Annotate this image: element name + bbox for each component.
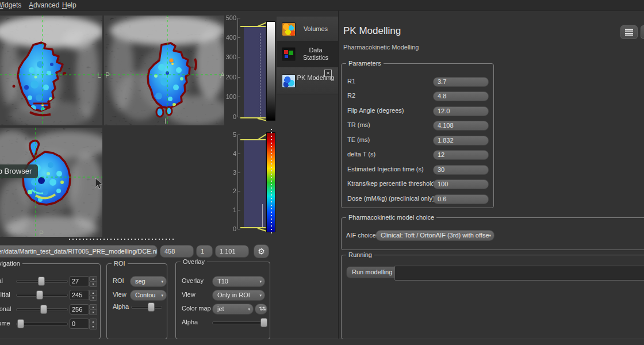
- tooltip: Tab Browser: [0, 164, 38, 178]
- close-icon[interactable]: ✕: [324, 70, 332, 77]
- spin-down-icon[interactable]: ▼: [89, 295, 97, 301]
- scale-field[interactable]: 1.101: [215, 245, 249, 258]
- horizontal-splitter-handle[interactable]: [69, 239, 174, 240]
- application-window: Widgets Advanced Help: [0, 0, 644, 345]
- hist2-min-handle[interactable]: [240, 227, 266, 228]
- image-view-bottom-left[interactable]: P: [0, 128, 102, 237]
- colormap-levels-icon[interactable]: ⇅⇅: [255, 304, 267, 315]
- roi-title: ROI: [112, 259, 128, 267]
- coronal-spinbox[interactable]: 256: [70, 304, 89, 315]
- param-input-r2[interactable]: 4.8: [433, 91, 489, 101]
- hist2-tick: 5: [224, 131, 236, 138]
- tab-data-statistics-label: Data Statistics: [296, 47, 335, 62]
- roi-combo[interactable]: seg▾: [130, 276, 167, 287]
- menu-help[interactable]: Help: [62, 1, 76, 9]
- hist2-tick: 4: [224, 150, 236, 157]
- extra-button[interactable]: [641, 25, 644, 39]
- sagittal-slider[interactable]: [16, 294, 68, 297]
- chevron-down-icon: ▾: [248, 304, 250, 314]
- param-label: Dose (mM/kg) (preclinical only): [347, 195, 435, 202]
- spin-down-icon[interactable]: ▼: [89, 309, 97, 315]
- chevron-down-icon: ▾: [259, 277, 262, 286]
- menu-button[interactable]: [620, 25, 638, 39]
- orientation-label-left: L: [97, 71, 101, 79]
- param-input-tr[interactable]: 4.108: [433, 121, 489, 131]
- sagittal-spinbox[interactable]: 245: [70, 290, 89, 300]
- param-label: Flip Angle (degrees): [347, 107, 404, 114]
- tab-volumes-label: Volumes: [296, 25, 335, 33]
- hist2-tick: 3: [224, 169, 236, 176]
- spin-down-icon[interactable]: ▼: [89, 281, 97, 287]
- param-input-delta-t[interactable]: 12: [433, 150, 489, 160]
- axial-slider[interactable]: [16, 280, 68, 283]
- overlay-title: Overlay: [181, 258, 207, 266]
- run-modelling-button[interactable]: Run modelling: [346, 266, 398, 278]
- hist1-tick: 400: [224, 34, 236, 41]
- tab-pk-modelling[interactable]: PK Modelling ✕: [277, 67, 338, 94]
- menu-widgets[interactable]: Widgets: [0, 1, 21, 9]
- hist2-max-handle[interactable]: [240, 139, 266, 140]
- colormap-combo[interactable]: jet▾: [212, 304, 254, 315]
- param-label: TE (ms): [347, 136, 370, 143]
- overlay-alpha-slider[interactable]: [212, 321, 265, 324]
- image-view-top-left[interactable]: S L: [0, 16, 102, 125]
- run-progress-bar: [394, 266, 644, 281]
- tab-volumes[interactable]: Volumes: [277, 17, 338, 41]
- param-input-ktrans-threshold[interactable]: 100: [433, 179, 489, 189]
- roi-alpha-slider[interactable]: [131, 306, 162, 309]
- hist1-tick: 300: [224, 53, 236, 60]
- gear-icon[interactable]: ⚙: [254, 244, 269, 258]
- overlay-group: Overlay Overlay T10▾ View Only in ROI▾ C…: [175, 262, 270, 339]
- parameters-title: Parameters: [346, 59, 384, 67]
- param-input-te[interactable]: 1.832: [433, 136, 489, 145]
- grayscale-gradient-bar[interactable]: [266, 21, 275, 121]
- hamburger-icon: [625, 29, 633, 36]
- roi-alpha-label: Alpha: [113, 303, 129, 310]
- hist2-tick: 0: [224, 225, 236, 232]
- roi-view-label: View: [113, 291, 126, 298]
- aif-choice-combo[interactable]: Clinical: Toft / OrtonAIF (3rd) with off…: [375, 230, 494, 241]
- aif-choice-label: AIF choice: [346, 232, 376, 239]
- data-statistics-icon: [282, 47, 296, 61]
- coronal-label: Coronal: [0, 305, 12, 312]
- volume-spinbox[interactable]: 0: [70, 319, 89, 329]
- file-path-field[interactable]: er/data/Martin_test_data/RIT005_PRE_mode…: [0, 245, 158, 258]
- chevron-down-icon: ▾: [259, 290, 262, 300]
- param-input-dose[interactable]: 0.6: [433, 194, 489, 204]
- index-field[interactable]: 1: [196, 245, 213, 258]
- param-input-r1[interactable]: 3.7: [433, 77, 489, 87]
- spin-down-icon[interactable]: ▼: [89, 324, 97, 329]
- overlay-combo[interactable]: T10▾: [212, 276, 265, 287]
- running-title: Running: [346, 251, 374, 259]
- param-label: R1: [347, 78, 355, 85]
- mri-coronal-image: S L: [0, 16, 102, 125]
- hist1-level-region[interactable]: [244, 26, 266, 118]
- sagittal-label: Sagittal: [0, 291, 10, 298]
- volume-count-field[interactable]: 458: [160, 245, 194, 258]
- overlay-view-combo[interactable]: Only in ROI▾: [212, 290, 265, 301]
- hist1-axis-line: [237, 18, 238, 117]
- menu-advanced[interactable]: Advanced: [29, 1, 59, 9]
- roi-view-combo[interactable]: Contou▾: [130, 290, 167, 301]
- volume-slider[interactable]: [16, 323, 68, 325]
- hist1-tick: 0: [224, 113, 236, 120]
- hist1-max-handle[interactable]: [240, 26, 266, 27]
- parameters-group: Parameters R1 3.7 R2 4.8 Flip Angle (deg…: [341, 63, 494, 208]
- overlay-alpha-label: Alpha: [182, 319, 198, 325]
- vertical-splitter-handle[interactable]: [271, 129, 272, 236]
- status-bar: [0, 339, 644, 345]
- chevron-down-icon: ▾: [161, 277, 163, 286]
- param-input-injection-time[interactable]: 30: [433, 165, 489, 175]
- running-group: Running Run modelling: [341, 255, 644, 339]
- chevron-down-icon: ▾: [489, 231, 491, 240]
- axial-spinbox[interactable]: 27: [70, 276, 89, 286]
- coronal-slider[interactable]: [16, 308, 68, 311]
- overlay-view-label: View: [182, 291, 195, 298]
- hist1-min-handle[interactable]: [240, 117, 266, 118]
- hist1-tick: 100: [224, 93, 236, 100]
- tab-data-statistics[interactable]: Data Statistics: [277, 41, 338, 67]
- orientation-label-superior: S: [40, 16, 45, 24]
- param-input-flip-angle[interactable]: 12.0: [433, 106, 489, 116]
- image-view-top-right[interactable]: S P A I: [104, 16, 224, 125]
- menu-bar: Widgets Advanced Help: [0, 0, 644, 11]
